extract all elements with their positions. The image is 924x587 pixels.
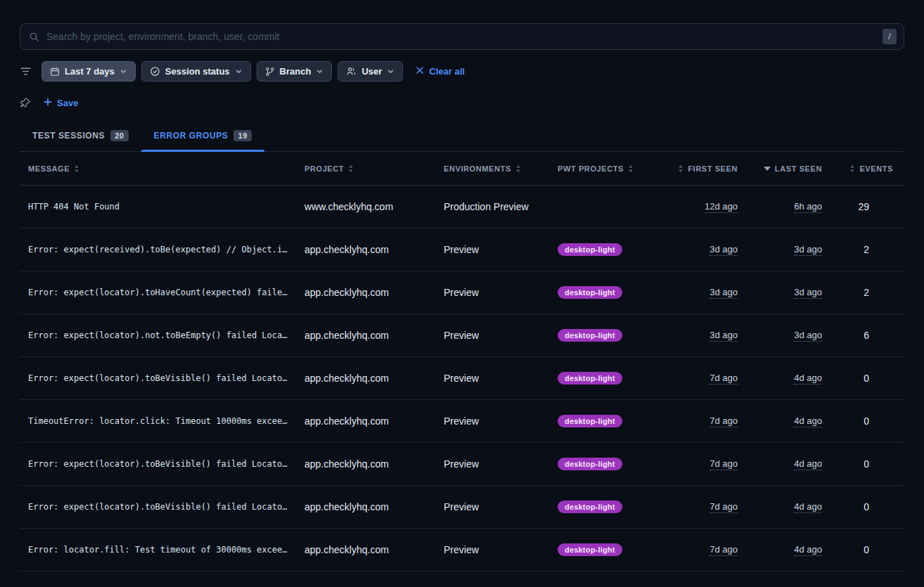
pwt-project-badge: desktop-light (558, 372, 622, 385)
date-range-filter[interactable]: Last 7 days (41, 61, 136, 82)
project-cell: app.checklyhq.com (296, 415, 435, 427)
chevron-down-icon (387, 67, 394, 75)
sort-icon (74, 165, 79, 173)
first-seen-value[interactable]: 12d ago (705, 201, 738, 213)
table-row[interactable]: Error: expect(locator).toHaveCount(expec… (20, 271, 904, 314)
session-status-filter[interactable]: Session status (141, 61, 251, 82)
pwt-project-badge: desktop-light (558, 286, 622, 299)
last-seen-value[interactable]: 3d ago (794, 330, 822, 342)
last-seen-value[interactable]: 4d ago (794, 458, 822, 470)
table-row[interactable]: Error: expect(locator).toBeVisible() fai… (20, 443, 904, 486)
pwt-projects-cell: desktop-light (549, 372, 667, 385)
environments-cell: Preview (435, 373, 549, 384)
table-row[interactable]: Error: expect(locator).toBeVisible() fai… (20, 486, 904, 529)
column-header-pwt-projects[interactable]: PWT PROJECTS (549, 165, 667, 173)
first-seen-value[interactable]: 7d ago (710, 501, 738, 513)
last-seen-value[interactable]: 3d ago (794, 287, 822, 299)
last-seen-cell: 4d ago (738, 415, 822, 427)
events-count: 0 (822, 544, 904, 555)
pin-icon[interactable] (20, 97, 31, 108)
error-groups-table: MESSAGE PROJECT ENVIRONMENTS PWT PROJECT… (20, 152, 904, 572)
first-seen-cell: 3d ago (667, 287, 738, 299)
error-message: Error: expect(received).toBe(expected) /… (20, 245, 296, 254)
column-header-first-seen[interactable]: FIRST SEEN (667, 165, 738, 173)
column-header-last-seen[interactable]: LAST SEEN (738, 165, 822, 173)
last-seen-value[interactable]: 4d ago (794, 544, 822, 556)
first-seen-value[interactable]: 7d ago (710, 544, 738, 556)
error-message: Error: expect(locator).toBeVisible() fai… (20, 373, 296, 383)
table-row[interactable]: Error: expect(locator).toBeVisible() fai… (20, 357, 904, 400)
first-seen-value[interactable]: 3d ago (710, 330, 738, 342)
sort-desc-icon (764, 167, 771, 171)
tab-error-groups[interactable]: ERROR GROUPS 19 (141, 130, 264, 151)
environments-cell: Production Preview (435, 201, 549, 212)
pwt-projects-cell: desktop-light (549, 329, 667, 342)
branch-label: Branch (280, 66, 312, 77)
environments-cell: Preview (435, 501, 549, 512)
table-header: MESSAGE PROJECT ENVIRONMENTS PWT PROJECT… (20, 152, 904, 186)
column-header-project[interactable]: PROJECT (296, 165, 435, 173)
pwt-projects-cell: desktop-light (549, 501, 667, 513)
environments-cell: Preview (435, 415, 549, 427)
table-row[interactable]: Error: expect(locator).not.toBeEmpty() f… (20, 314, 904, 357)
plus-icon (44, 98, 52, 108)
last-seen-value[interactable]: 4d ago (794, 501, 822, 513)
first-seen-cell: 3d ago (667, 330, 738, 342)
column-header-message[interactable]: MESSAGE (20, 165, 296, 173)
table-row[interactable]: Error: locator.fill: Test timeout of 300… (20, 529, 904, 572)
search-icon (29, 32, 39, 42)
first-seen-value[interactable]: 3d ago (710, 287, 738, 299)
table-row[interactable]: HTTP 404 Not Found www.checklyhq.com Pro… (20, 186, 904, 228)
error-message: Error: expect(locator).not.toBeEmpty() f… (20, 330, 296, 340)
pwt-projects-cell: desktop-light (549, 415, 667, 427)
project-cell: app.checklyhq.com (296, 287, 435, 298)
chevron-down-icon (120, 67, 127, 75)
user-filter[interactable]: User (338, 61, 403, 82)
date-range-label: Last 7 days (65, 66, 115, 77)
git-branch-icon (265, 67, 275, 77)
save-label: Save (57, 98, 78, 108)
events-count: 29 (822, 201, 904, 212)
first-seen-cell: 7d ago (667, 544, 738, 556)
last-seen-value[interactable]: 6h ago (794, 201, 822, 213)
branch-filter[interactable]: Branch (257, 61, 333, 82)
close-icon (416, 66, 424, 77)
clear-all-button[interactable]: Clear all (416, 66, 465, 77)
error-message: Error: expect(locator).toBeVisible() fai… (20, 459, 296, 469)
events-count: 2 (822, 244, 904, 255)
pwt-project-badge: desktop-light (558, 415, 622, 427)
error-message: Error: expect(locator).toBeVisible() fai… (20, 502, 296, 512)
last-seen-cell: 4d ago (738, 501, 822, 513)
environments-cell: Preview (435, 330, 549, 341)
last-seen-value[interactable]: 4d ago (794, 415, 822, 427)
table-row[interactable]: TimeoutError: locator.click: Timeout 100… (20, 400, 904, 443)
tab-test-sessions-label: TEST SESSIONS (32, 131, 105, 141)
column-header-events[interactable]: EVENTS (822, 165, 904, 173)
first-seen-value[interactable]: 3d ago (710, 244, 738, 256)
project-cell: app.checklyhq.com (296, 330, 435, 341)
session-status-label: Session status (165, 66, 230, 77)
page: / Last 7 days Session status (0, 0, 924, 572)
last-seen-value[interactable]: 4d ago (794, 373, 822, 385)
last-seen-cell: 4d ago (738, 458, 822, 470)
tab-error-groups-count: 19 (233, 130, 251, 141)
events-count: 0 (822, 373, 904, 384)
project-cell: www.checklyhq.com (296, 201, 435, 212)
tab-test-sessions[interactable]: TEST SESSIONS 20 (20, 130, 141, 151)
table-row[interactable]: Error: expect(received).toBe(expected) /… (20, 228, 904, 271)
first-seen-value[interactable]: 7d ago (710, 415, 738, 427)
pwt-projects-cell: desktop-light (549, 243, 667, 256)
error-message: Error: expect(locator).toHaveCount(expec… (20, 288, 296, 297)
pwt-project-badge: desktop-light (558, 543, 622, 556)
sort-icon (849, 165, 855, 173)
keyboard-shortcut-badge: / (883, 29, 897, 44)
error-message: HTTP 404 Not Found (20, 202, 296, 212)
column-header-environments[interactable]: ENVIRONMENTS (435, 165, 549, 173)
first-seen-value[interactable]: 7d ago (710, 458, 738, 470)
first-seen-value[interactable]: 7d ago (710, 373, 738, 385)
save-filter-button[interactable]: Save (44, 98, 78, 108)
error-message: TimeoutError: locator.click: Timeout 100… (20, 416, 296, 426)
last-seen-value[interactable]: 3d ago (794, 244, 822, 256)
environments-cell: Preview (435, 244, 549, 255)
search-input[interactable] (46, 31, 875, 42)
